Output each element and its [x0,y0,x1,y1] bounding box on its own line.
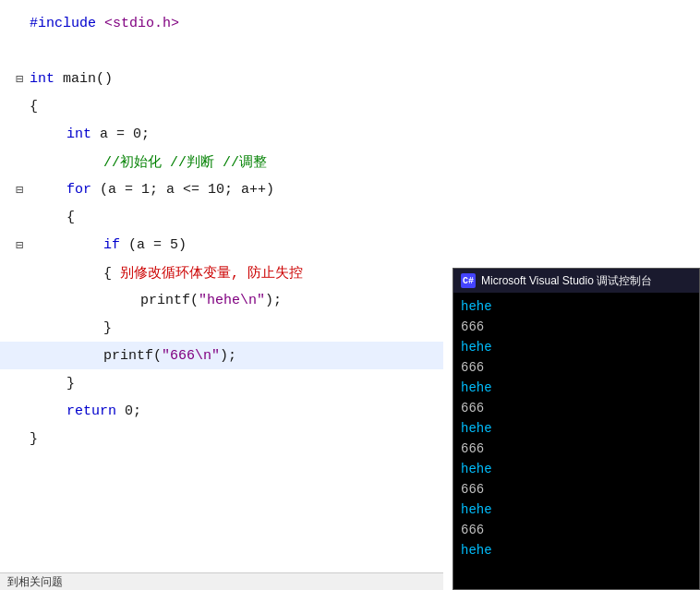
console-line: 666 [461,317,692,337]
code-line: ⊟if (a = 5) [0,231,443,259]
console-body: hehe666hehe666hehe666hehe666hehe666hehe6… [453,293,699,589]
console-line: hehe [461,459,692,479]
code-content: int a = 0; [30,126,443,142]
code-content: #include <stdio.h> [30,16,443,31]
console-line: 666 [461,398,692,418]
console-line: hehe [461,418,692,439]
console-window: C# Microsoft Visual Studio 调试控制台 hehe666… [453,268,700,590]
code-content: int main() [30,71,443,87]
code-line: } [0,425,443,452]
code-line: printf("hehe\n"); [0,286,443,314]
gutter-icon: ⊟ [9,237,30,253]
code-line: ⊟for (a = 1; a <= 10; a++) [0,175,443,203]
console-line: 666 [461,357,692,378]
code-content: { [30,99,443,114]
console-line: hehe [461,337,692,357]
console-line: hehe [461,540,692,560]
status-text: 到相关问题 [7,574,63,590]
console-icon: C# [461,273,476,288]
code-content: return 0; [30,403,443,419]
code-line: { [0,92,443,120]
code-content [30,43,443,59]
code-content: if (a = 5) [30,237,443,253]
code-content: { [30,210,443,225]
code-line: int a = 0; [0,120,443,148]
console-line: hehe [461,500,692,520]
gutter-icon: ⊟ [9,71,30,87]
code-line: } [0,314,443,342]
code-line: //初始化 //判断 //调整 [0,148,443,175]
code-content: for (a = 1; a <= 10; a++) [30,182,443,198]
code-line: { [0,203,443,231]
console-title: Microsoft Visual Studio 调试控制台 [481,273,652,289]
code-content: //初始化 //判断 //调整 [30,153,443,171]
console-line: 666 [461,439,692,459]
console-titlebar: C# Microsoft Visual Studio 调试控制台 [453,269,699,293]
code-content: } [30,376,443,391]
code-editor[interactable]: #include <stdio.h>⊟int main(){int a = 0;… [0,0,443,572]
console-line: hehe [461,378,692,398]
code-content: { 别修改循环体变量, 防止失控 [30,264,443,282]
console-line: 666 [461,479,692,500]
console-line: hehe [461,296,692,317]
code-content: } [30,431,443,447]
code-line: #include <stdio.h> [0,9,443,37]
code-content: printf("hehe\n"); [30,293,443,308]
code-line: } [0,369,443,397]
status-bar: 到相关问题 [0,572,443,590]
gutter-icon: ⊟ [9,182,30,198]
code-line [0,37,443,65]
code-content: printf("666\n"); [30,348,443,364]
console-line: 666 [461,520,692,540]
code-line: return 0; [0,397,443,425]
code-line: printf("666\n"); [0,342,443,369]
code-content: } [30,320,443,336]
code-line: { 别修改循环体变量, 防止失控 [0,259,443,286]
code-line: ⊟int main() [0,65,443,92]
